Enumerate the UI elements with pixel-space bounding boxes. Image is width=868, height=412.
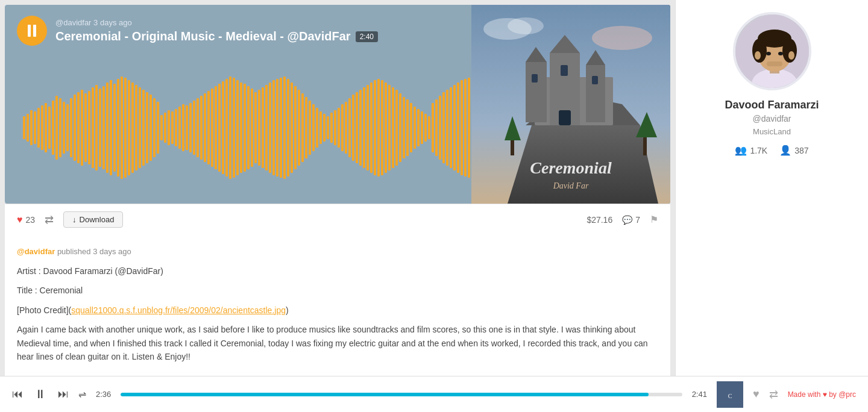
waveform-bar [301, 93, 304, 162]
svg-point-33 [778, 52, 783, 55]
waveform-bar [309, 101, 311, 155]
waveform-bar [327, 116, 329, 140]
time-elapsed: 2:36 [96, 390, 111, 399]
waveform-bar [178, 107, 181, 149]
following-icon: 👤 [779, 145, 791, 156]
waveform-bar [34, 111, 36, 145]
waveform-bar [102, 86, 105, 169]
bottom-repost-icon[interactable]: ⇄ [769, 388, 778, 401]
svg-point-35 [755, 51, 761, 60]
artist-name[interactable]: Davood Faramarzi [725, 99, 819, 111]
author-line: @davidfar published 3 days ago [17, 247, 658, 256]
waveform-bar [338, 108, 340, 148]
waveform-bar [374, 80, 376, 175]
artist-handle[interactable]: @davidfar [752, 114, 791, 123]
comment-number: 7 [635, 215, 640, 225]
download-label: Download [80, 215, 115, 224]
waveform-bar [153, 98, 156, 157]
player-card: @davidfar 3 days ago Ceremonial - Origin… [5, 5, 670, 204]
waveform-bar [207, 91, 210, 164]
svg-point-36 [788, 51, 794, 60]
waveform-bar [204, 93, 206, 162]
waveform-bar [110, 80, 112, 175]
waveform-bar [395, 90, 398, 165]
right-sidebar: Davood Faramarzi @davidfar MusicLand 👥 1… [675, 0, 868, 412]
artist-stats: 👥 1.7K 👤 387 [735, 145, 808, 156]
waveform-bar [77, 92, 80, 164]
waveform-bar [305, 97, 307, 159]
like-section: ♥ 23 [17, 214, 35, 225]
waveform-bar [131, 83, 134, 173]
photo-credit: [Photo Credit](squall21000.q.s.f.unblog.… [17, 304, 658, 317]
download-button[interactable]: ↓ Download [63, 211, 123, 228]
waveform-bar [74, 95, 76, 160]
waveform-bar [200, 96, 203, 160]
comment-count[interactable]: 💬 7 [622, 215, 640, 225]
waveform-bar [233, 78, 235, 178]
waveform-bar [229, 76, 231, 179]
artist-avatar [733, 12, 811, 90]
svg-text:C: C [728, 393, 732, 399]
progress-bar[interactable] [121, 393, 682, 396]
next-button[interactable]: ⏭ [58, 388, 69, 401]
waveform-bar [92, 87, 94, 169]
waveform-bar [435, 99, 438, 155]
waveform-bar [330, 113, 333, 143]
waveform-bar [139, 87, 141, 169]
waveform-bar [45, 103, 47, 152]
waveform-bar [442, 92, 445, 164]
waveform-bar [121, 76, 123, 179]
waveform-bar [197, 98, 199, 157]
waveform-bar [294, 86, 297, 169]
shuffle-button[interactable]: ⇌ [78, 389, 86, 400]
duration-badge: 2:40 [356, 31, 378, 42]
waveform-bar [66, 104, 69, 151]
flag-icon[interactable]: ⚑ [650, 214, 658, 225]
waveform-bar [258, 90, 260, 165]
waveform-bar [262, 87, 264, 169]
waveform-bar [23, 116, 25, 140]
waveform-bar [193, 101, 195, 155]
waveform-bar [164, 113, 166, 143]
waveform-bar [251, 89, 253, 167]
waveform-bar [464, 79, 467, 176]
waveform-bar [414, 107, 416, 149]
waveform-bar [377, 79, 380, 176]
waveform-bar [345, 102, 347, 154]
waveform-bar [366, 85, 369, 170]
repost-button[interactable]: ⇄ [45, 213, 54, 226]
svg-point-2 [508, 17, 544, 34]
waveform-bar [52, 101, 54, 155]
prev-button[interactable]: ⏮ [12, 388, 23, 401]
waveform-bar [428, 116, 430, 140]
waveform-bar [117, 79, 119, 176]
waveform-bar [95, 85, 98, 170]
play-button-bottom[interactable]: ⏸ [33, 387, 48, 401]
track-title: Ceremonial - Original Music - Medieval -… [55, 30, 351, 43]
play-pause-button[interactable] [17, 16, 47, 46]
waveform-bar [348, 98, 351, 157]
waveform-bar [63, 102, 65, 154]
comment-icon: 💬 [622, 215, 632, 225]
waveform-bar [392, 87, 394, 169]
bottom-thumbnail: C [717, 381, 743, 408]
body-text: Again I came back with another unique wo… [17, 323, 658, 363]
photo-credit-link[interactable]: squall21000.q.s.f.unblog.fr/files/2009/0… [71, 305, 286, 315]
waveform-bar [182, 104, 184, 151]
waveform-bar [363, 87, 365, 169]
waveform-bar [175, 109, 177, 146]
bottom-like-icon[interactable]: ♥ [753, 388, 760, 401]
heart-icon[interactable]: ♥ [17, 214, 23, 225]
following-count: 387 [794, 146, 808, 155]
svg-rect-13 [561, 65, 568, 76]
waveform-bar [37, 108, 40, 148]
waveform-bar [41, 105, 43, 150]
waveform-bar [461, 80, 463, 175]
author-link[interactable]: @davidfar [17, 247, 55, 256]
waveform-bar [48, 107, 51, 149]
waveform-bar [99, 89, 101, 167]
svg-rect-16 [559, 110, 571, 125]
waveform-bar [283, 76, 286, 179]
waveform-bar [381, 80, 383, 175]
waveform-bar [359, 90, 362, 165]
